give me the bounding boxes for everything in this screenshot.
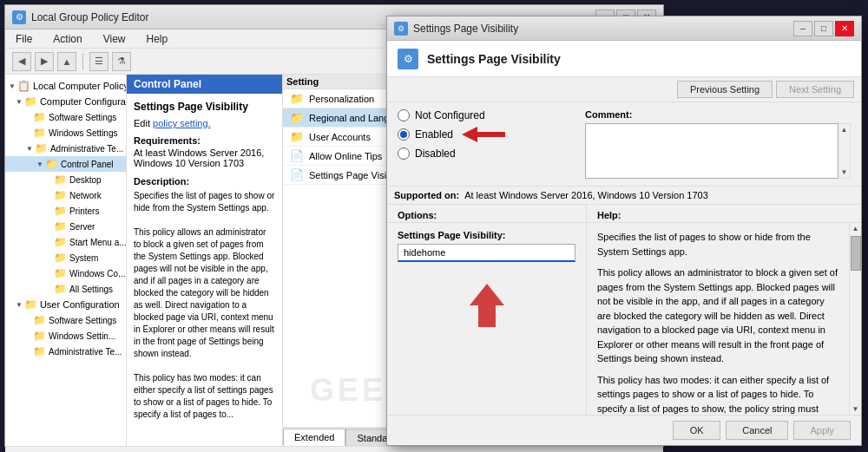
doc-icon: 📄 <box>290 149 304 162</box>
tree-computer-config[interactable]: ▼ 📁 Computer Configura... <box>5 94 126 109</box>
radio-enabled[interactable]: Enabled <box>398 127 571 142</box>
modal-header-icon: ⚙ <box>398 49 418 69</box>
tree-label: Windows Settin... <box>49 331 115 341</box>
help-label: Help: <box>587 205 861 223</box>
gpe-app-icon: ⚙ <box>12 10 26 24</box>
menu-action[interactable]: Action <box>49 31 85 47</box>
modal-maximize-btn[interactable]: □ <box>814 21 833 36</box>
modal-options-panel: Options: Settings Page Visibility: <box>387 205 587 415</box>
tree-network[interactable]: 📁 Network <box>5 187 126 203</box>
tree-user-config[interactable]: ▼ 📁 User Configuration <box>5 297 126 312</box>
scroll-down-arrow[interactable]: ▼ <box>841 168 848 176</box>
help-scroll-up[interactable]: ▲ <box>852 225 859 233</box>
radio-enabled-dot <box>400 131 407 138</box>
tree-system[interactable]: 📁 System <box>5 250 126 265</box>
tab-extended[interactable]: Extended <box>283 429 345 446</box>
description-section: Description: Specifies the list of pages… <box>134 175 275 421</box>
tree-local-computer-policy[interactable]: ▼ 📋 Local Computer Policy <box>5 78 126 94</box>
toolbar-show-hide[interactable]: ☰ <box>89 52 108 71</box>
ok-button[interactable]: OK <box>673 421 720 440</box>
requirements-label: Requirements: <box>134 135 275 146</box>
help-scroll-thumb[interactable] <box>851 236 861 271</box>
field-input[interactable] <box>398 244 575 262</box>
gpe-status-bar: 2 setting(s) <box>5 446 663 452</box>
setting-label: Personalization <box>309 94 374 104</box>
previous-setting-btn[interactable]: Previous Setting <box>677 81 773 98</box>
radio-enabled-input[interactable] <box>398 128 410 141</box>
description-text: Specifies the list of pages to show or h… <box>134 190 275 421</box>
menu-help[interactable]: Help <box>143 31 172 47</box>
tree-all-settings[interactable]: 📁 All Settings <box>5 281 126 297</box>
tree-label: Desktop <box>69 175 102 185</box>
tree-admin-templates[interactable]: ▼ 📁 Administrative Te... <box>5 141 126 156</box>
toolbar-filter[interactable]: ⚗ <box>112 52 131 71</box>
help-scroll-down[interactable]: ▼ <box>852 405 859 413</box>
modal-minimize-btn[interactable]: – <box>793 21 812 36</box>
radio-disabled-input[interactable] <box>398 147 410 160</box>
description-label: Description: <box>134 175 275 188</box>
tree-user-win-settings[interactable]: 📁 Windows Settin... <box>5 328 126 344</box>
next-setting-btn[interactable]: Next Setting <box>776 81 854 98</box>
toolbar-forward[interactable]: ▶ <box>35 52 54 71</box>
folder-icon: 📁 <box>290 92 304 105</box>
options-content: Settings Page Visibility: <box>387 223 586 415</box>
tree-arrow: ▼ <box>36 160 43 168</box>
tree-desktop[interactable]: 📁 Desktop <box>5 172 126 187</box>
toolbar-back[interactable]: ◀ <box>12 52 31 71</box>
modal-title: Settings Page Visibility <box>413 23 793 35</box>
folder-icon: 📁 <box>24 95 37 108</box>
modal-bottom-bar: OK Cancel Apply <box>387 415 861 445</box>
toolbar-up[interactable]: ▲ <box>57 52 76 71</box>
tree-windows-settings[interactable]: ▶ 📁 Windows Settings <box>5 125 126 141</box>
tree-arrow: ▼ <box>26 145 33 153</box>
radio-disabled[interactable]: Disabled <box>398 147 571 160</box>
tree-control-panel[interactable]: ▼ 📁 Control Panel <box>5 156 126 172</box>
help-para-1: Specifies the list of pages to show or h… <box>597 230 838 259</box>
menu-view[interactable]: View <box>100 31 129 47</box>
folder-icon: 📋 <box>17 80 30 92</box>
policy-title: Settings Page Visibility <box>134 101 275 113</box>
options-label: Options: <box>387 205 586 223</box>
scroll-up-arrow[interactable]: ▲ <box>841 126 848 134</box>
tree-software-settings[interactable]: ▶ 📁 Software Settings <box>5 109 126 125</box>
folder-icon: 📁 <box>290 130 304 143</box>
tree-windows-components[interactable]: 📁 Windows Co... <box>5 265 126 281</box>
modal-close-btn[interactable]: ✕ <box>835 21 854 36</box>
field-label: Settings Page Visibility: <box>398 230 575 240</box>
folder-icon: 📁 <box>33 330 46 342</box>
folder-icon: 📁 <box>33 111 46 123</box>
radio-disabled-label: Disabled <box>415 147 456 160</box>
cancel-button[interactable]: Cancel <box>726 421 788 440</box>
tree-user-sw-settings[interactable]: 📁 Software Settings <box>5 312 126 328</box>
tree-server[interactable]: 📁 Server <box>5 219 126 234</box>
radio-not-configured[interactable]: Not Configured <box>398 109 571 121</box>
tree-label: Administrative Te... <box>49 347 122 357</box>
tree-label: Software Settings <box>49 316 116 325</box>
folder-icon: 📁 <box>33 345 46 357</box>
folder-icon: 📁 <box>35 142 48 154</box>
help-scrollbar: ▲ ▼ <box>849 223 861 415</box>
modal-app-icon: ⚙ <box>394 22 408 36</box>
radio-group: Not Configured Enabled <box>398 109 571 160</box>
modal-settings-visibility[interactable]: ⚙ Settings Page Visibility – □ ✕ ⚙ Setti… <box>386 16 862 446</box>
help-para-3: This policy has two modes: it can either… <box>597 373 838 416</box>
radio-not-configured-input[interactable] <box>398 109 410 121</box>
tree-printers[interactable]: 📁 Printers <box>5 203 126 219</box>
menu-file[interactable]: File <box>12 31 36 47</box>
doc-icon: 📄 <box>290 168 304 181</box>
requirements-value: At least Windows Server 2016, Windows 10… <box>134 147 275 168</box>
tree-start-menu[interactable]: 📁 Start Menu a... <box>5 234 126 250</box>
help-para-2: This policy allows an administrator to b… <box>597 265 838 366</box>
tree-label: Software Settings <box>49 113 116 122</box>
folder-icon: 📁 <box>54 236 67 248</box>
comment-textarea[interactable] <box>585 123 838 179</box>
tree-label: Windows Co... <box>69 269 125 278</box>
policy-setting-link[interactable]: policy setting. <box>153 118 211 128</box>
apply-button[interactable]: Apply <box>793 421 851 440</box>
tree-label: Server <box>69 222 95 232</box>
tree-label: System <box>69 253 98 263</box>
tree-user-admin-templates[interactable]: 📁 Administrative Te... <box>5 344 126 359</box>
folder-icon: 📁 <box>54 205 67 217</box>
folder-icon: 📁 <box>54 252 67 264</box>
svg-marker-1 <box>470 284 504 327</box>
